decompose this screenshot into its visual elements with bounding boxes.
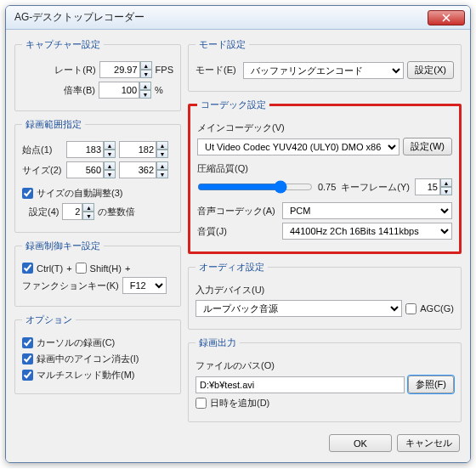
path-label: ファイルのパス(O) [196, 359, 275, 372]
ok-button[interactable]: OK [329, 434, 392, 452]
size-label: サイズ(2) [22, 164, 63, 177]
mt-label: マルチスレッド動作(M) [37, 369, 135, 381]
setting-input[interactable] [62, 203, 82, 220]
set-down[interactable]: ▼ [82, 212, 94, 220]
dialog-window: AG-デスクトップレコーダー キャプチャー設定 レート(R) ▲▼ FPS 倍率… [5, 5, 471, 463]
range-settings-group: 録画範囲指定 始点(1) ▲▼ ▲▼ サイズ(2) ▲▼ ▲▼ サイズの自動調整… [14, 118, 181, 233]
audio-quality-select[interactable]: 44100Hz 2Ch 16Bits 1411kbps [282, 223, 452, 240]
capture-legend: キャプチャー設定 [22, 38, 104, 51]
setting-label: 設定(4) [29, 206, 59, 218]
main-codec-label: メインコーデック(V) [197, 121, 285, 134]
ctrl-checkbox[interactable] [22, 263, 33, 274]
origin-y-input[interactable] [119, 141, 156, 158]
quality-value: 0.75 [318, 182, 336, 192]
main-codec-select[interactable]: Ut Video Codec YUV420 (ULY0) DMO x86 [197, 138, 400, 155]
path-input[interactable] [196, 376, 405, 393]
window-title: AG-デスクトップレコーダー [14, 10, 428, 25]
cursor-label: カーソルの録画(C) [37, 336, 115, 349]
audio-codec-label: 音声コーデック(A) [197, 205, 279, 218]
mode-legend: モード設定 [196, 38, 249, 51]
codec-settings-group: コーデック設定 メインコーデック(V) Ut Video Codec YUV42… [188, 99, 462, 254]
hotkey-legend: 録画制御キー設定 [22, 240, 104, 252]
audio-codec-select[interactable]: PCM [282, 202, 452, 219]
sw-down[interactable]: ▼ [104, 170, 116, 178]
options-group: オプション カーソルの録画(C) 録画中のアイコン消去(I) マルチスレッド動作… [14, 314, 181, 394]
audio-quality-label: 音質(J) [197, 225, 279, 238]
codec-legend: コーデック設定 [197, 99, 269, 111]
output-settings-group: 録画出力 ファイルのパス(O) 参照(F) 日時を追加(D) [188, 336, 462, 422]
scale-input[interactable] [99, 82, 139, 99]
origin-label: 始点(1) [22, 144, 63, 156]
device-select[interactable]: ループバック音源 [196, 300, 402, 317]
titlebar[interactable]: AG-デスクトップレコーダー [6, 6, 470, 30]
ox-up[interactable]: ▲ [104, 141, 116, 150]
scale-down[interactable]: ▼ [139, 90, 151, 99]
shift-label: Shift(H) [90, 263, 122, 274]
rate-up[interactable]: ▲ [140, 61, 152, 70]
sh-down[interactable]: ▼ [156, 170, 168, 178]
agc-checkbox[interactable] [405, 303, 416, 314]
output-legend: 録画出力 [196, 336, 240, 349]
size-w-input[interactable] [66, 161, 104, 178]
quality-slider[interactable] [197, 178, 313, 195]
cancel-button[interactable]: キャンセル [397, 434, 460, 452]
rate-label: レート(R) [54, 64, 95, 76]
sw-up[interactable]: ▲ [104, 161, 116, 170]
origin-x-input[interactable] [66, 141, 104, 158]
ctrl-label: Ctrl(T) [37, 263, 63, 274]
set-up[interactable]: ▲ [82, 203, 94, 212]
size-h-input[interactable] [119, 161, 156, 178]
tray-checkbox[interactable] [22, 353, 33, 364]
audio-legend: オーディオ設定 [196, 261, 268, 274]
keyframe-input[interactable] [415, 178, 440, 195]
plus1: + [66, 263, 71, 274]
codec-config-button[interactable]: 設定(W) [403, 138, 452, 155]
oy-down[interactable]: ▼ [156, 150, 168, 158]
kf-up[interactable]: ▲ [440, 178, 452, 187]
quality-label: 圧縮品質(Q) [197, 162, 248, 175]
dialog-buttons: OK キャンセル [14, 429, 462, 454]
kf-down[interactable]: ▼ [440, 187, 452, 195]
datetime-label: 日時を追加(D) [210, 397, 269, 410]
mode-label: モード(E) [196, 64, 240, 76]
mt-checkbox[interactable] [22, 370, 33, 381]
close-button[interactable] [428, 10, 465, 25]
ox-down[interactable]: ▼ [104, 150, 116, 158]
scale-label: 倍率(B) [64, 84, 95, 97]
agc-label: AGC(G) [420, 303, 454, 314]
auto-adjust-checkbox[interactable] [22, 188, 33, 199]
shift-checkbox[interactable] [76, 263, 87, 274]
keyframe-label: キーフレーム(Y) [341, 181, 410, 194]
rate-input[interactable] [99, 61, 140, 78]
device-label: 入力デバイス(U) [196, 284, 264, 297]
close-icon [442, 14, 450, 22]
capture-settings-group: キャプチャー設定 レート(R) ▲▼ FPS 倍率(B) ▲▼ % [14, 38, 181, 111]
datetime-checkbox[interactable] [196, 398, 207, 409]
options-legend: オプション [22, 314, 76, 326]
fn-select[interactable]: F12 [122, 277, 167, 294]
pct-label: % [155, 85, 173, 95]
audio-settings-group: オーディオ設定 入力デバイス(U) ループバック音源 AGC(G) [188, 261, 462, 330]
fn-label: ファンクションキー(K) [22, 280, 119, 292]
plus2: + [125, 263, 130, 274]
auto-adjust-label: サイズの自動調整(3) [37, 187, 122, 200]
hotkey-settings-group: 録画制御キー設定 Ctrl(T) + Shift(H) + ファンクションキー(… [14, 240, 181, 307]
mode-config-button[interactable]: 設定(X) [407, 61, 454, 79]
range-legend: 録画範囲指定 [22, 118, 85, 131]
rate-down[interactable]: ▼ [140, 70, 152, 78]
client-area: キャプチャー設定 レート(R) ▲▼ FPS 倍率(B) ▲▼ % 録画範囲指定 [6, 30, 470, 462]
oy-up[interactable]: ▲ [156, 141, 168, 150]
scale-up[interactable]: ▲ [139, 82, 151, 90]
sh-up[interactable]: ▲ [156, 161, 168, 170]
tray-label: 録画中のアイコン消去(I) [37, 353, 139, 365]
mode-settings-group: モード設定 モード(E) バッファリングエンコード 設定(X) [188, 38, 462, 92]
mode-select[interactable]: バッファリングエンコード [243, 62, 404, 79]
browse-button[interactable]: 参照(F) [408, 376, 454, 393]
mult-label: の整数倍 [98, 206, 135, 218]
fps-label: FPS [156, 65, 173, 75]
cursor-checkbox[interactable] [22, 337, 33, 348]
